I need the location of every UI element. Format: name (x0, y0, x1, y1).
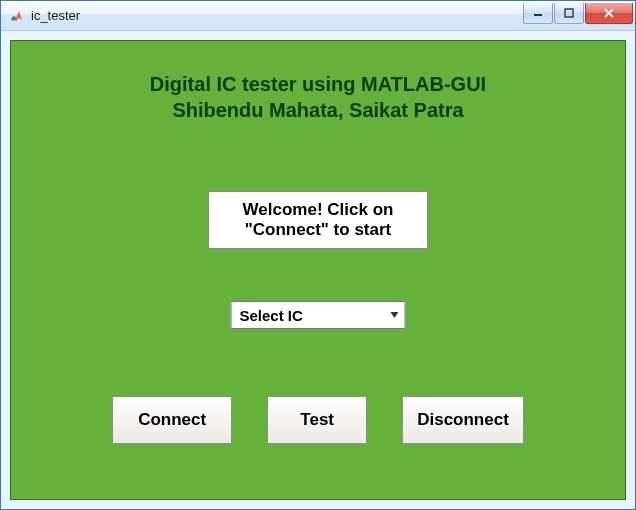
select-ic-dropdown[interactable]: Select IC (231, 301, 406, 329)
svg-rect-0 (534, 14, 542, 16)
close-button[interactable] (585, 3, 633, 24)
matlab-icon (9, 8, 25, 24)
maximize-button[interactable] (554, 3, 584, 24)
button-row: Connect Test Disconnect (11, 396, 625, 444)
app-window: ic_tester Digital IC tester using MATLAB… (0, 0, 636, 510)
titlebar: ic_tester (1, 1, 635, 31)
heading-line1: Digital IC tester using MATLAB-GUI (11, 71, 625, 97)
minimize-button[interactable] (523, 3, 553, 24)
test-button[interactable]: Test (267, 396, 367, 444)
window-controls (522, 3, 633, 25)
heading-line2: Shibendu Mahata, Saikat Patra (11, 97, 625, 123)
disconnect-button[interactable]: Disconnect (402, 396, 524, 444)
dropdown-selected-text: Select IC (232, 307, 385, 324)
heading: Digital IC tester using MATLAB-GUI Shibe… (11, 71, 625, 123)
main-panel: Digital IC tester using MATLAB-GUI Shibe… (10, 40, 626, 500)
svg-rect-1 (565, 9, 573, 17)
welcome-message: Welcome! Click on "Connect" to start (208, 191, 428, 249)
connect-button[interactable]: Connect (112, 396, 232, 444)
chevron-down-icon (385, 312, 405, 318)
client-area: Digital IC tester using MATLAB-GUI Shibe… (1, 31, 635, 509)
window-title: ic_tester (31, 8, 522, 23)
